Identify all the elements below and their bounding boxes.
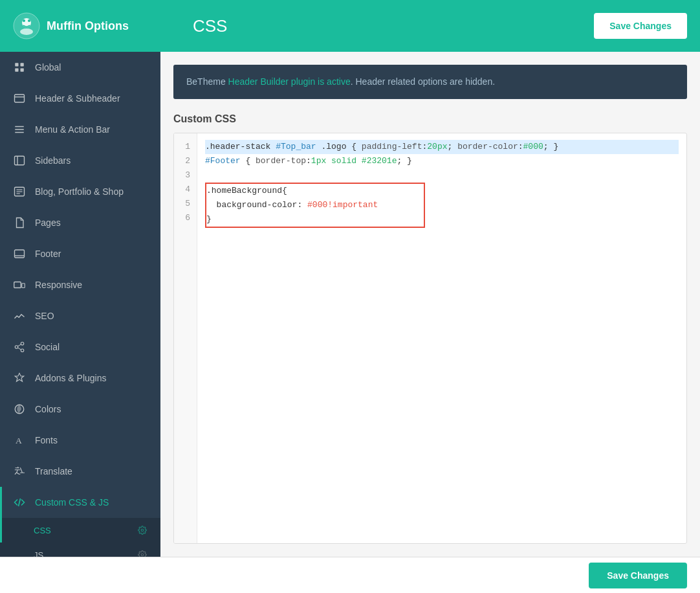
sidebar-item-fonts[interactable]: A Fonts — [0, 425, 160, 456]
sidebar-item-label: Blog, Portfolio & Shop — [35, 186, 124, 197]
responsive-icon — [13, 278, 26, 291]
svg-rect-7 — [15, 69, 18, 72]
main-layout: Global Header & Subheader Menu & Action … — [0, 52, 700, 557]
sidebar-icon — [13, 154, 26, 167]
save-changes-top-button[interactable]: Save Changes — [594, 13, 687, 39]
css-sub-item-label: CSS — [34, 526, 51, 535]
sidebar-item-label: Fonts — [35, 435, 58, 445]
sidebar-sub-menu: CSS JS — [0, 518, 160, 557]
svg-rect-23 — [22, 284, 25, 288]
sidebar-item-label: Responsive — [35, 280, 82, 290]
selected-block: .homeBackground{ background-color: #000!… — [205, 183, 425, 228]
js-settings-icon[interactable] — [137, 550, 148, 557]
svg-point-2 — [20, 28, 33, 35]
svg-point-3 — [23, 19, 25, 22]
custom-css-section-title: Custom CSS — [173, 113, 687, 125]
sidebar-item-sidebars[interactable]: Sidebars — [0, 145, 160, 176]
page-title: CSS — [173, 16, 594, 36]
svg-point-26 — [21, 349, 24, 352]
svg-rect-6 — [21, 63, 24, 66]
notice-bar: BeTheme Header Builder plugin is active.… — [173, 65, 687, 99]
sidebar: Global Header & Subheader Menu & Action … — [0, 52, 160, 557]
line-num-4: 4 — [180, 183, 190, 197]
js-sub-item-label: JS — [34, 550, 43, 557]
sidebar-item-label: Translate — [35, 466, 72, 476]
sidebar-item-label: Custom CSS & JS — [35, 497, 109, 508]
bottom-bar: Save Changes — [0, 557, 700, 593]
sidebar-item-social[interactable]: Social — [0, 331, 160, 363]
svg-rect-5 — [15, 63, 18, 66]
window-icon — [13, 92, 26, 105]
pages-icon — [13, 216, 26, 229]
translate-icon — [13, 465, 26, 478]
colors-icon — [13, 403, 26, 416]
sidebar-sub-item-js[interactable]: JS — [0, 543, 160, 557]
sidebar-item-label: Footer — [35, 249, 61, 259]
sidebar-item-label: Social — [35, 342, 60, 352]
code-content: 1 2 3 4 5 6 .header-stack #Top_bar .logo… — [174, 133, 686, 543]
sidebar-item-menu-action-bar[interactable]: Menu & Action Bar — [0, 114, 160, 145]
code-editor[interactable]: 1 2 3 4 5 6 .header-stack #Top_bar .logo… — [173, 133, 687, 544]
sidebar-item-label: Header & Subheader — [35, 93, 120, 104]
css-settings-icon[interactable] — [137, 525, 148, 535]
sidebar-item-label: Pages — [35, 218, 61, 228]
line-num-1: 1 — [180, 140, 190, 154]
line-num-3: 3 — [180, 168, 190, 183]
line-num-2: 2 — [180, 154, 190, 168]
svg-line-28 — [17, 344, 21, 346]
sidebar-item-global[interactable]: Global — [0, 52, 160, 83]
sidebar-item-colors[interactable]: Colors — [0, 394, 160, 425]
sidebar-item-label: Colors — [35, 404, 61, 414]
notice-text-before: BeTheme — [186, 76, 228, 87]
sidebar-item-footer[interactable]: Footer — [0, 238, 160, 269]
svg-point-4 — [28, 19, 30, 22]
sidebar-item-label: Menu & Action Bar — [35, 124, 110, 135]
sidebar-item-translate[interactable]: Translate — [0, 456, 160, 487]
svg-line-31 — [19, 498, 21, 506]
svg-point-25 — [15, 346, 18, 349]
code-line-1: .header-stack #Top_bar .logo { padding-l… — [205, 140, 679, 154]
content-area: BeTheme Header Builder plugin is active.… — [160, 52, 700, 557]
sidebar-item-label: Addons & Plugins — [35, 373, 107, 383]
svg-rect-8 — [21, 69, 24, 72]
blog-icon — [13, 185, 26, 198]
logo-icon — [13, 12, 40, 39]
svg-point-33 — [141, 554, 144, 556]
code-line-3 — [205, 168, 679, 183]
sidebar-item-pages[interactable]: Pages — [0, 207, 160, 238]
logo-area: Muffin Options — [13, 12, 173, 39]
sidebar-item-blog-portfolio-shop[interactable]: Blog, Portfolio & Shop — [0, 176, 160, 207]
save-changes-bottom-button[interactable]: Save Changes — [589, 563, 687, 588]
footer-icon — [13, 247, 26, 260]
fonts-icon: A — [13, 434, 26, 447]
addons-icon — [13, 372, 26, 385]
sidebar-item-responsive[interactable]: Responsive — [0, 269, 160, 300]
sidebar-item-seo[interactable]: SEO — [0, 300, 160, 331]
svg-text:A: A — [16, 436, 22, 445]
sidebar-item-header-subheader[interactable]: Header & Subheader — [0, 83, 160, 114]
svg-rect-9 — [15, 95, 25, 102]
code-lines-area[interactable]: .header-stack #Top_bar .logo { padding-l… — [197, 133, 686, 543]
sidebar-item-addons-plugins[interactable]: Addons & Plugins — [0, 363, 160, 394]
svg-rect-14 — [15, 156, 25, 165]
sidebar-item-custom-css-js[interactable]: Custom CSS & JS — [0, 487, 160, 518]
svg-point-24 — [21, 342, 24, 346]
top-header: Muffin Options CSS Save Changes — [0, 0, 700, 52]
code-icon — [13, 496, 26, 509]
code-line-2: #Footer { border-top:1px solid #23201e; … — [205, 154, 679, 168]
notice-text-after: . Header related options are hidden. — [351, 76, 495, 87]
svg-rect-22 — [14, 282, 21, 288]
sidebar-sub-item-css[interactable]: CSS — [0, 518, 160, 543]
line-num-6: 6 — [180, 211, 190, 225]
sidebar-item-label: Global — [35, 62, 61, 73]
sidebar-item-label: Sidebars — [35, 155, 71, 166]
social-icon — [13, 341, 26, 353]
line-numbers: 1 2 3 4 5 6 — [174, 133, 197, 543]
notice-link[interactable]: Header Builder plugin is active — [228, 76, 351, 87]
code-line-4: .homeBackground{ — [206, 184, 424, 198]
menu-icon — [13, 123, 26, 136]
logo-title: Muffin Options — [47, 19, 129, 33]
code-line-6: } — [206, 212, 424, 227]
seo-icon — [13, 309, 26, 322]
svg-point-32 — [141, 529, 144, 531]
